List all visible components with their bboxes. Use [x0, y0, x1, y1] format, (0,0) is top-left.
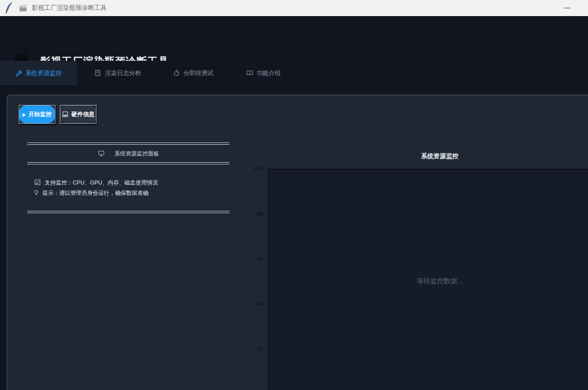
hardware-info-label: 硬件信息 — [71, 110, 95, 118]
checkbox-icon: ☑ — [34, 179, 41, 186]
app-header: 影视工厂渲染瓶颈诊断工具 — [0, 16, 588, 61]
y-tick-label: 20 — [246, 346, 263, 352]
python-feather-icon — [4, 2, 14, 14]
monitor-icon — [98, 151, 105, 157]
info-line-tip: 提示：请以管理员身份运行，确保数据准确 — [34, 189, 149, 197]
separator-line — [27, 162, 229, 164]
lightbulb-icon — [34, 190, 38, 196]
hardware-info-button[interactable]: 硬件信息 — [60, 105, 96, 124]
start-monitor-button[interactable]: ▶ 开始监控 — [19, 105, 55, 124]
wrench-icon — [15, 70, 22, 76]
tab-render-log-analysis[interactable]: 渲染日志分析 — [88, 61, 147, 85]
info-line-text: 支持监控：CPU、GPU、内存、磁盘使用情况 — [45, 179, 158, 187]
y-tick-label: 60 — [246, 256, 263, 262]
window-title: 影视工厂渲染瓶颈诊断工具 — [32, 4, 107, 12]
info-line-supported: ☑ 支持监控：CPU、GPU、内存、磁盘使用情况 — [34, 179, 158, 187]
tab-label: 渲染日志分析 — [105, 69, 141, 77]
tab-staged-test[interactable]: 分阶段测试 — [167, 61, 220, 85]
tab-feature-intro[interactable]: 功能介绍 — [238, 61, 288, 85]
separator-line — [27, 211, 229, 213]
book-icon — [246, 70, 253, 76]
minimize-button[interactable] — [560, 0, 574, 16]
clapperboard-icon — [19, 5, 27, 12]
y-tick-mark — [265, 214, 268, 214]
tab-label: 系统资源监控 — [25, 69, 62, 77]
memo-icon — [95, 70, 101, 76]
stopwatch-icon — [173, 70, 180, 76]
y-tick-label: 100 — [246, 166, 263, 172]
tab-label: 分阶段测试 — [183, 69, 214, 77]
info-panel-title-row: 系统资源监控面板 — [27, 149, 229, 159]
play-icon: ▶ — [22, 112, 26, 117]
y-tick-mark — [265, 169, 268, 169]
y-tick-mark — [265, 259, 268, 260]
tab-label: 功能介绍 — [257, 69, 281, 77]
start-monitor-label: 开始监控 — [29, 110, 52, 118]
minimize-icon — [564, 8, 571, 8]
y-tick-label: 80 — [246, 211, 263, 217]
y-tick-label: 40 — [246, 301, 263, 307]
y-tick-mark — [265, 349, 268, 349]
separator-line — [27, 143, 229, 145]
info-panel-title: 系统资源监控面板 — [115, 150, 159, 158]
titlebar: 影视工厂渲染瓶颈诊断工具 — [0, 0, 588, 16]
tab-content-panel: ▶ 开始监控 硬件信息 系统资源监控面板 — [7, 95, 588, 390]
chart-placeholder-text: 等待监控数据... — [417, 277, 463, 285]
info-line-text: 提示：请以管理员身份运行，确保数据准确 — [42, 189, 149, 197]
tab-bar: 系统资源监控 渲染日志分析 分阶段测试 功能介绍 — [0, 61, 588, 85]
tab-system-resource-monitor[interactable]: 系统资源监控 — [0, 61, 77, 85]
app-window: 影视工厂渲染瓶颈诊断工具 影视工厂渲染瓶颈诊断工具 系统资源监控 — [0, 0, 588, 390]
computer-icon — [62, 111, 69, 117]
y-tick-mark — [265, 304, 268, 304]
chart-title: 系统资源监控 — [268, 152, 588, 161]
